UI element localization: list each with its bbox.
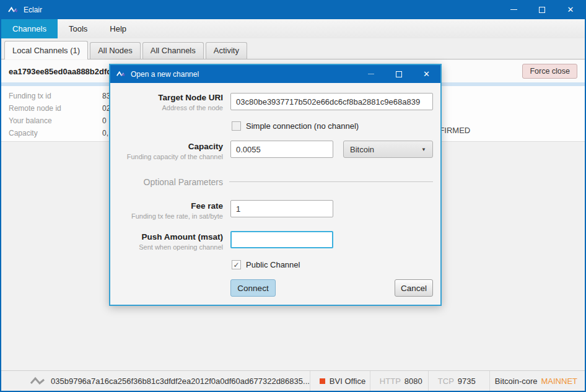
status-node-segment: 035b9796a7a16ca256f36b81c3dfdf2ea2012f0a… xyxy=(1,371,310,391)
eclair-status-icon xyxy=(30,376,46,386)
window-title: Eclair xyxy=(24,6,42,14)
target-node-uri-label-block: Target Node URI Address of the node xyxy=(110,93,223,111)
node-id-text: 035b9796a7a16ca256f36b81c3dfdf2ea2012f0a… xyxy=(51,377,310,386)
dialog-minimize-button[interactable] xyxy=(357,65,385,83)
menu-tools[interactable]: Tools xyxy=(58,19,98,38)
fee-rate-label: Fee rate xyxy=(110,201,223,211)
dialog-title-bar: Open a new channel ✕ xyxy=(110,65,440,83)
push-amount-hint: Sent when opening channel xyxy=(110,243,223,251)
menu-help[interactable]: Help xyxy=(98,19,138,38)
push-amount-input[interactable] xyxy=(230,231,333,248)
chevron-down-icon: ▼ xyxy=(421,147,426,152)
status-http-segment: HTTP 8080 xyxy=(370,371,428,391)
force-close-button[interactable]: Force close xyxy=(522,64,577,79)
capacity-unit-dropdown[interactable]: Bitcoin ▼ xyxy=(343,141,433,158)
tab-local-channels[interactable]: Local Channels (1) xyxy=(4,41,88,59)
minimize-icon xyxy=(510,9,517,10)
section-divider xyxy=(229,181,433,182)
tab-all-channels[interactable]: All Channels xyxy=(142,42,204,59)
capacity-input[interactable] xyxy=(230,141,333,158)
status-alias-segment: BVI Office xyxy=(310,371,370,391)
dialog-body: Target Node URI Address of the node Simp… xyxy=(110,83,440,305)
optional-parameters-label: Optional Parameters xyxy=(144,177,223,187)
optional-parameters-section: Optional Parameters xyxy=(110,176,223,188)
close-icon: ✕ xyxy=(423,69,430,79)
tab-strip: Local Channels (1) All Nodes All Channel… xyxy=(1,38,585,59)
node-alias-text: BVI Office xyxy=(330,377,365,386)
public-channel-checkbox-row[interactable]: ✓ Public Channel xyxy=(232,260,300,269)
your-balance-value: 0 xyxy=(102,116,107,125)
http-port: 8080 xyxy=(405,377,422,386)
public-channel-checkbox[interactable]: ✓ xyxy=(232,260,241,269)
capacity-unit-value: Bitcoin xyxy=(350,145,374,154)
fee-rate-hint: Funding tx fee rate, in sat/byte xyxy=(110,212,223,220)
eclair-logo-icon xyxy=(116,70,126,78)
maximize-button[interactable] xyxy=(528,0,556,19)
fee-rate-input[interactable] xyxy=(230,200,333,217)
simple-connection-label: Simple connection (no channel) xyxy=(246,121,359,131)
funding-txid-label: Funding tx id xyxy=(9,92,102,100)
capacity-label-block: Capacity Funding capacity of the channel xyxy=(110,142,223,160)
open-channel-dialog: Open a new channel ✕ Target Node URI Add… xyxy=(109,64,442,306)
remote-node-id-label: Remote node id xyxy=(9,104,102,113)
push-amount-label: Push Amount (msat) xyxy=(110,232,223,242)
capacity-label: Capacity xyxy=(9,129,102,137)
target-node-uri-hint: Address of the node xyxy=(110,104,223,111)
public-channel-label: Public Channel xyxy=(246,260,300,269)
minimize-icon xyxy=(368,74,374,74)
status-backend-segment: Bitcoin-core MAINNET xyxy=(490,371,585,391)
maximize-icon xyxy=(539,7,545,13)
simple-connection-checkbox[interactable] xyxy=(232,121,241,131)
menu-bar: Channels Tools Help xyxy=(1,19,585,38)
status-tcp-segment: TCP 9735 xyxy=(429,371,489,391)
close-icon: ✕ xyxy=(567,6,574,14)
close-button[interactable]: ✕ xyxy=(556,0,585,19)
target-node-uri-input[interactable] xyxy=(230,93,433,110)
tcp-port: 9735 xyxy=(458,377,476,386)
menu-channels[interactable]: Channels xyxy=(1,19,58,38)
dialog-title: Open a new channel xyxy=(131,70,199,79)
cancel-button[interactable]: Cancel xyxy=(395,279,433,297)
network-badge: MAINNET xyxy=(541,377,578,386)
capacity-value: 0, xyxy=(102,129,108,137)
capacity-field-label: Capacity xyxy=(110,142,223,151)
connect-button[interactable]: Connect xyxy=(230,279,276,297)
minimize-button[interactable] xyxy=(499,0,528,19)
channel-id: ea1793ee85ed0aa888b2dfde1 xyxy=(9,67,121,76)
tab-activity[interactable]: Activity xyxy=(206,42,247,59)
dialog-maximize-button[interactable] xyxy=(385,65,413,83)
tcp-label: TCP xyxy=(438,377,454,386)
capacity-hint: Funding capacity of the channel xyxy=(110,153,223,160)
fee-rate-label-block: Fee rate Funding tx fee rate, in sat/byt… xyxy=(110,201,223,220)
http-label: HTTP xyxy=(380,377,401,386)
tab-all-nodes[interactable]: All Nodes xyxy=(90,42,141,59)
eclair-logo-icon xyxy=(7,6,19,14)
connection-status-icon xyxy=(320,378,325,384)
dialog-close-button[interactable]: ✕ xyxy=(413,65,440,83)
eclair-window: Eclair ✕ Channels Tools Help Local Chann… xyxy=(0,0,586,392)
backend-name: Bitcoin-core xyxy=(495,377,538,386)
your-balance-label: Your balance xyxy=(9,116,102,125)
simple-connection-checkbox-row[interactable]: Simple connection (no channel) xyxy=(232,121,359,131)
title-bar: Eclair ✕ xyxy=(1,0,585,19)
status-bar: 035b9796a7a16ca256f36b81c3dfdf2ea2012f0a… xyxy=(1,370,585,391)
maximize-icon xyxy=(396,71,402,77)
target-node-uri-label: Target Node URI xyxy=(110,93,223,102)
push-amount-label-block: Push Amount (msat) Sent when opening cha… xyxy=(110,232,223,251)
